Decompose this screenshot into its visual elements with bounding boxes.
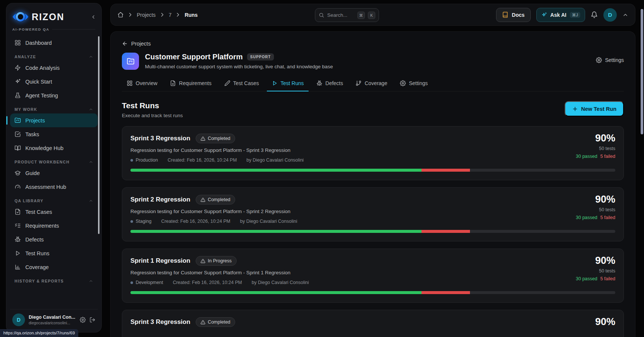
tab-test-runs[interactable]: Test Runs — [267, 77, 309, 91]
docs-button[interactable]: Docs — [496, 8, 530, 22]
window-scrollbar[interactable] — [641, 0, 644, 337]
sidebar-scrollbar[interactable] — [98, 36, 100, 234]
play-icon — [15, 250, 21, 256]
search-placeholder: Search... — [327, 12, 354, 18]
tab-settings[interactable]: Settings — [395, 77, 433, 91]
project-type-badge: SUPPORT — [247, 53, 274, 60]
run-description: Regression testing for Customer Support … — [130, 147, 615, 153]
test-run-list: Sprint 3 Regression Completed Regression… — [122, 126, 624, 337]
tab-coverage[interactable]: Coverage — [351, 77, 392, 91]
sidebar-header: RIZON — [6, 3, 101, 26]
logout-icon[interactable] — [89, 317, 95, 323]
sidebar-collapse-button[interactable] — [91, 14, 96, 20]
sidebar-item-requirements[interactable]: Requirements — [10, 219, 98, 233]
tab-test-cases[interactable]: Test Cases — [220, 77, 264, 91]
sidebar-item-test-runs[interactable]: Test Runs — [10, 246, 98, 260]
bug-icon — [15, 236, 21, 243]
sidebar-item-coverage[interactable]: Coverage — [10, 260, 98, 274]
status-label: Completed — [208, 319, 230, 325]
section-label: HISTORY & REPORTS — [15, 279, 64, 283]
sidebar-item-knowledge-hub[interactable]: Knowledge Hub — [10, 141, 98, 155]
back-to-projects-link[interactable]: Projects — [122, 41, 151, 47]
sidebar-item-code-analysis[interactable]: Code Analysis — [10, 61, 98, 75]
item-label: Requirements — [25, 223, 59, 229]
sidebar-section-analyze[interactable]: ANALYZE — [15, 54, 93, 59]
k-key-badge: K — [368, 12, 375, 19]
settings-label: Settings — [605, 57, 624, 63]
folder-kanban-icon — [127, 57, 135, 65]
topbar-collapse-button[interactable] — [622, 12, 628, 18]
item-label: Coverage — [25, 264, 49, 270]
user-avatar[interactable]: D — [12, 313, 25, 326]
test-run-card-3[interactable]: Sprint 1 Regression In Progress Regressi… — [122, 249, 624, 303]
sidebar-section-history-reports[interactable]: HISTORY & REPORTS — [15, 279, 93, 283]
project-settings-button[interactable]: Settings — [596, 57, 624, 63]
sparkles-icon — [541, 12, 547, 18]
progress-bar — [130, 230, 615, 233]
sidebar-section-product-workbench[interactable]: PRODUCT WORKBENCH — [15, 160, 93, 164]
breadcrumb-projects[interactable]: Projects — [137, 12, 156, 18]
scrollbar-thumb[interactable] — [641, 9, 643, 134]
alert-triangle-icon — [201, 259, 205, 263]
test-run-card-4[interactable]: Sprint 3 Regression Completed 90% — [122, 310, 624, 337]
sidebar-item-guide[interactable]: Guide — [10, 166, 98, 180]
item-label: Assessment Hub — [25, 184, 66, 190]
user-panel[interactable]: D Diego Cavalari Con... diegocavalaricon… — [10, 309, 98, 330]
environment: Staging — [130, 219, 151, 224]
ask-ai-button[interactable]: Ask AI ⌘J — [536, 8, 585, 22]
user-menu-avatar[interactable]: D — [603, 8, 617, 22]
test-run-card-1[interactable]: Sprint 3 Regression Completed Regression… — [122, 126, 624, 180]
gear-icon — [596, 57, 602, 63]
cmd-key-badge: ⌘ — [357, 12, 365, 19]
test-runs-content: Test Runs Execute and track test runs Ne… — [111, 91, 635, 337]
project-title-row: Customer Support Platform SUPPORT Multi-… — [122, 53, 624, 70]
sidebar-section-my-work[interactable]: MY WORK — [15, 107, 93, 112]
sidebar-item-assessment-hub[interactable]: Assessment Hub — [10, 180, 98, 194]
gear-icon[interactable] — [80, 317, 86, 323]
link-url: https://qa.orizon.sh/projects/7/runs/69 — [3, 331, 75, 335]
run-title: Sprint 2 Regression — [130, 196, 190, 203]
sidebar-item-defects[interactable]: Defects — [10, 233, 98, 246]
sidebar-item-test-cases[interactable]: Test Cases — [10, 205, 98, 219]
breadcrumb-project-id[interactable]: 7 — [169, 12, 172, 18]
sidebar-item-dashboard[interactable]: Dashboard — [10, 36, 98, 50]
breadcrumb-runs: Runs — [184, 12, 198, 18]
environment: Development — [130, 280, 163, 285]
section-label: ANALYZE — [15, 54, 36, 59]
notifications-button[interactable] — [591, 11, 598, 18]
sidebar-item-tasks[interactable]: Tasks — [10, 127, 98, 141]
brand-tagline: AI-POWERED QA — [12, 27, 49, 31]
sidebar-item-projects[interactable]: Projects — [10, 113, 98, 127]
tab-defects[interactable]: Defects — [312, 77, 348, 91]
play-icon — [272, 80, 278, 86]
sidebar-item-agent-testing[interactable]: Agent Testing — [10, 88, 98, 102]
status-label: In Progress — [208, 258, 232, 263]
link-preview-statusbar: https://qa.orizon.sh/projects/7/runs/69 — [0, 329, 78, 337]
progress-passed-segment — [130, 291, 422, 294]
run-stats: 90% — [595, 316, 615, 328]
run-title: Sprint 3 Regression — [130, 318, 190, 326]
tab-requirements[interactable]: Requirements — [165, 77, 216, 91]
home-icon[interactable] — [117, 12, 124, 18]
new-test-run-button[interactable]: New Test Run — [565, 101, 624, 116]
tab-label: Defects — [325, 80, 343, 86]
test-run-card-2[interactable]: Sprint 2 Regression Completed Regression… — [122, 187, 624, 241]
environment: Production — [130, 157, 158, 163]
chevron-up-icon — [89, 107, 93, 112]
chevron-right-icon — [159, 12, 165, 18]
progress-bar — [130, 169, 615, 172]
chevron-up-icon — [89, 160, 93, 164]
chevron-left-icon — [91, 14, 96, 20]
search-input[interactable]: Search... ⌘ K — [315, 8, 379, 22]
test-count: 50 tests — [576, 207, 615, 212]
sidebar-section-qa-library[interactable]: QA LIBRARY — [15, 199, 93, 203]
author: by Diego Cavalari Consolini — [246, 157, 304, 163]
tab-label: Settings — [409, 80, 428, 86]
sidebar-item-quick-start[interactable]: Quick Start — [10, 75, 98, 88]
alert-triangle-icon — [201, 136, 205, 141]
item-label: Test Runs — [25, 250, 49, 256]
run-title: Sprint 1 Regression — [130, 257, 190, 265]
zap-icon — [15, 65, 21, 71]
tab-overview[interactable]: Overview — [122, 77, 162, 91]
progress-failed-segment — [422, 169, 470, 172]
